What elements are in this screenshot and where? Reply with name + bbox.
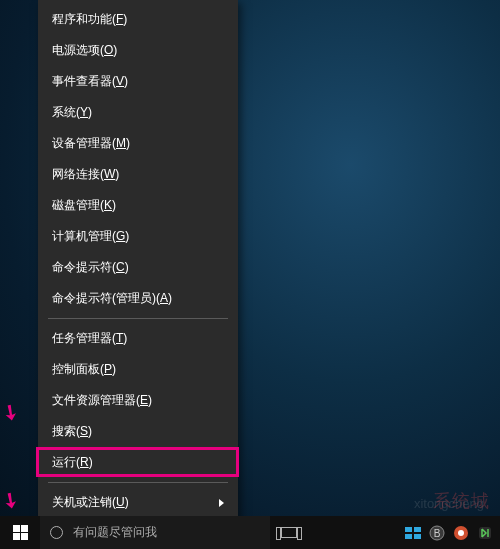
task-view-icon (281, 527, 297, 538)
menu-item-search[interactable]: 搜索(S) (38, 416, 238, 447)
menu-item-run[interactable]: 运行(R) (38, 447, 238, 478)
svg-rect-2 (405, 534, 412, 539)
menu-item-device-manager[interactable]: 设备管理器(M) (38, 128, 238, 159)
svg-rect-0 (405, 527, 412, 532)
menu-item-command-prompt[interactable]: 命令提示符(C) (38, 252, 238, 283)
menu-item-task-manager[interactable]: 任务管理器(T) (38, 323, 238, 354)
annotation-arrow-icon: ➘ (0, 485, 24, 514)
windows-logo-icon (13, 525, 28, 540)
menu-item-command-prompt-admin[interactable]: 命令提示符(管理员)(A) (38, 283, 238, 314)
menu-item-file-explorer[interactable]: 文件资源管理器(E) (38, 385, 238, 416)
menu-item-disk-management[interactable]: 磁盘管理(K) (38, 190, 238, 221)
system-tray: B (404, 524, 500, 542)
taskbar: 有问题尽管问我 B (0, 516, 500, 549)
tray-app-icon[interactable] (452, 524, 470, 542)
menu-item-computer-management[interactable]: 计算机管理(G) (38, 221, 238, 252)
cortana-circle-icon (50, 526, 63, 539)
desktop: 程序和功能(F) 电源选项(O) 事件查看器(V) 系统(Y) 设备管理器(M)… (0, 0, 500, 549)
annotation-arrow-icon: ➘ (0, 397, 24, 426)
menu-item-shutdown-signout[interactable]: 关机或注销(U) (38, 487, 238, 518)
menu-separator (48, 318, 228, 319)
menu-item-network-connections[interactable]: 网络连接(W) (38, 159, 238, 190)
tray-app-icon[interactable]: B (428, 524, 446, 542)
tray-app-icon[interactable] (476, 524, 494, 542)
cortana-search-box[interactable]: 有问题尽管问我 (40, 516, 270, 549)
svg-rect-1 (414, 527, 421, 532)
chevron-right-icon (219, 499, 224, 507)
menu-item-power-options[interactable]: 电源选项(O) (38, 35, 238, 66)
svg-text:B: B (434, 528, 441, 539)
menu-item-control-panel[interactable]: 控制面板(P) (38, 354, 238, 385)
menu-item-system[interactable]: 系统(Y) (38, 97, 238, 128)
winx-context-menu[interactable]: 程序和功能(F) 电源选项(O) 事件查看器(V) 系统(Y) 设备管理器(M)… (38, 0, 238, 549)
task-view-button[interactable] (270, 516, 308, 549)
watermark-text: 系统城 (433, 489, 490, 513)
menu-separator (48, 482, 228, 483)
svg-point-7 (458, 530, 464, 536)
tray-app-icon[interactable] (404, 524, 422, 542)
menu-item-event-viewer[interactable]: 事件查看器(V) (38, 66, 238, 97)
start-button[interactable] (0, 516, 40, 549)
search-placeholder: 有问题尽管问我 (73, 524, 157, 541)
menu-item-programs-features[interactable]: 程序和功能(F) (38, 4, 238, 35)
svg-rect-3 (414, 534, 421, 539)
